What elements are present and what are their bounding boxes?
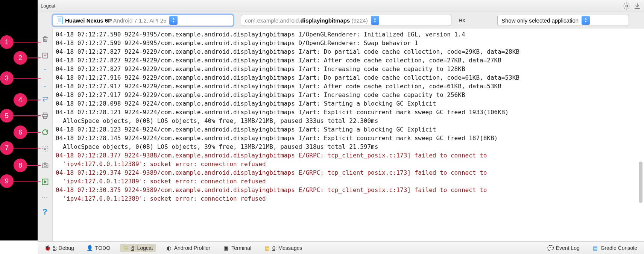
panel-title: Logcat [41, 3, 623, 9]
process-selector[interactable]: com.example.android.displayingbitmaps (9… [241, 15, 451, 26]
callout-5: 5 [0, 109, 14, 122]
tab-gradle-label: Gradle Console [601, 245, 637, 251]
download-icon[interactable] [633, 2, 641, 10]
help-icon[interactable]: ? [39, 204, 51, 220]
console-icon: ▤ [592, 245, 598, 251]
tab-todo[interactable]: 👤 TODO [84, 244, 113, 252]
gear-icon[interactable] [623, 2, 630, 10]
chat-icon: 💬 [548, 245, 554, 251]
log-line: 04-18 07:12:28.121 9224-9224/com.example… [56, 108, 641, 116]
scrollbar-thumb[interactable] [639, 162, 642, 203]
chevron-updown-icon: ▲▼ [371, 16, 379, 25]
chevron-updown-icon: ▲▼ [169, 16, 178, 25]
svg-marker-9 [44, 180, 47, 183]
chevron-updown-icon: ▲▼ [582, 16, 590, 25]
scope-selector[interactable]: Show only selected application ▲▼ [497, 15, 629, 26]
tab-eventlog[interactable]: 💬 Event Log [545, 244, 583, 252]
log-line: 04-18 07:12:27.827 9224-9229/com.example… [56, 56, 641, 65]
svg-point-7 [44, 165, 46, 167]
tab-logcat[interactable]: ⧉ 6: Logcat [120, 244, 156, 252]
panel-header: Logcat [38, 0, 644, 12]
log-line: 04-18 07:12:27.827 9224-9229/com.example… [56, 65, 641, 73]
scope-label: Show only selected application [501, 17, 579, 24]
arrow-down-icon[interactable]: ↓ [39, 77, 51, 91]
tab-debug[interactable]: 🐞 5: Debug /*noop*/ 5: Debug [41, 244, 77, 252]
log-line: 04-18 07:12:28.145 9224-9224/com.example… [56, 134, 641, 142]
tab-terminal[interactable]: ▣ Terminal [220, 244, 254, 252]
more-icon[interactable]: ⋯ [39, 190, 51, 204]
tab-messages-label: 0: Messages [272, 245, 302, 251]
log-line: 04-18 07:12:28.123 9224-9224/com.example… [56, 125, 641, 134]
restart-icon[interactable] [39, 124, 51, 141]
camera-icon[interactable] [39, 157, 51, 174]
android-icon: ⧉ [123, 245, 129, 251]
log-line: 04-18 07:12:27.590 9224-9395/com.example… [56, 30, 641, 39]
filter-fragment: ex [459, 17, 467, 24]
svg-point-5 [44, 148, 46, 150]
log-line: 04-18 07:12:28.098 9224-9224/com.example… [56, 99, 641, 108]
log-line: 04-18 07:12:27.827 9224-9229/com.example… [56, 47, 641, 56]
callout-6: 6 [14, 125, 27, 139]
arrow-up-icon[interactable]: ↑ [39, 64, 51, 77]
scroll-end-icon[interactable] [39, 47, 51, 64]
process-prefix: com.example.android. [245, 17, 301, 24]
callout-3: 3 [0, 71, 14, 85]
callout-2: 2 [14, 51, 27, 65]
soft-wrap-icon[interactable] [39, 91, 51, 107]
callout-gutter: 1 2 3 4 5 6 7 8 9 [0, 0, 38, 240]
process-pid: (9224) [350, 17, 368, 24]
messages-icon: ▤ [264, 245, 270, 251]
bug-icon: 🐞 [44, 245, 50, 251]
log-line: 'ipv4:127.0.0.1:12389': socket error: co… [56, 194, 641, 203]
status-bar: 🐞 5: Debug /*noop*/ 5: Debug 👤 TODO ⧉ 6:… [38, 241, 644, 254]
record-icon[interactable] [39, 174, 51, 190]
log-line: 04-18 07:12:27.590 9224-9395/com.example… [56, 39, 641, 47]
logcat-panel: Logcat Huawei Nexus 6P Android 7.1.2, AP… [38, 0, 644, 254]
device-os: Android 7.1.2, API 25 [113, 17, 167, 24]
log-line: AllocSpace objects, 0(0B) LOS objects, 3… [56, 142, 641, 151]
settings-icon[interactable] [39, 141, 51, 157]
device-name: Huawei Nexus 6P [65, 17, 112, 24]
log-line: AllocSpace objects, 0(0B) LOS objects, 4… [56, 116, 641, 125]
log-line: 04-18 07:12:29.374 9224-9389/com.example… [56, 168, 641, 177]
tab-gradle[interactable]: ▤ Gradle Console [589, 244, 640, 252]
callout-4: 4 [14, 93, 27, 107]
tab-profiler-label: Android Profiler [174, 245, 211, 251]
device-selector[interactable]: Huawei Nexus 6P Android 7.1.2, API 25 ▲▼ [53, 15, 233, 26]
device-icon [57, 17, 63, 24]
callout-8: 8 [14, 159, 27, 172]
log-line: 'ipv4:127.0.0.1:12389': socket error: co… [56, 177, 641, 186]
print-icon[interactable] [39, 107, 51, 124]
filter-row: Huawei Nexus 6P Android 7.1.2, API 25 ▲▼… [38, 12, 644, 29]
process-name: displayingbitmaps [301, 17, 350, 24]
log-line: 04-18 07:12:27.917 9224-9229/com.example… [56, 82, 641, 91]
trash-icon[interactable] [39, 31, 51, 47]
tab-messages[interactable]: ▤ 0: Messages [261, 244, 305, 252]
log-output[interactable]: 04-18 07:12:27.590 9224-9395/com.example… [53, 29, 644, 241]
log-line: 04-18 07:12:27.917 9224-9229/com.example… [56, 91, 641, 99]
log-line: 04-18 07:12:30.375 9224-9389/com.example… [56, 186, 641, 194]
todo-icon: 👤 [87, 245, 93, 251]
tab-logcat-label: 6: Logcat [131, 245, 153, 251]
terminal-icon: ▣ [223, 245, 229, 251]
log-line: 04-18 07:12:28.377 9224-9388/com.example… [56, 151, 641, 160]
tab-terminal-label: Terminal [231, 245, 251, 251]
callout-1: 1 [0, 35, 14, 49]
svg-point-0 [626, 5, 628, 7]
tab-eventlog-label: Event Log [556, 245, 580, 251]
callout-9: 9 [0, 174, 14, 188]
log-line: 04-18 07:12:27.916 9224-9229/com.example… [56, 73, 641, 82]
tab-todo-label: TODO [95, 245, 110, 251]
callout-7: 7 [0, 141, 14, 155]
log-line: 'ipv4:127.0.0.1:12389': socket error: co… [56, 160, 641, 168]
gauge-icon: ◐ [166, 245, 172, 251]
tab-profiler[interactable]: ◐ Android Profiler [163, 244, 214, 252]
